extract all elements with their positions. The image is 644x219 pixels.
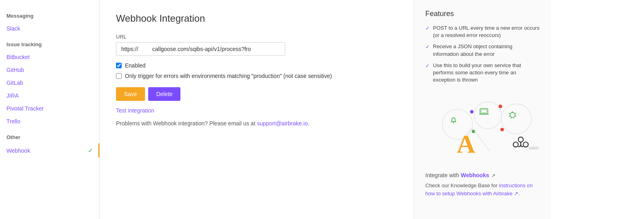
problems-text: Problems with Webhook integration? Pleas… bbox=[116, 120, 398, 127]
check-icon: ✓ bbox=[88, 147, 93, 154]
sidebar-item-webhook-label: Webhook bbox=[6, 147, 30, 154]
sidebar-item-trello[interactable]: Trello bbox=[0, 115, 99, 128]
svg-point-6 bbox=[500, 128, 504, 131]
feature-item-3: ✓ Use this to build your own service tha… bbox=[425, 62, 540, 84]
svg-point-22 bbox=[513, 142, 518, 147]
feature-item-1: ✓ POST to a URL every time a new error o… bbox=[425, 25, 540, 39]
sidebar-item-jira[interactable]: JIRA bbox=[0, 89, 99, 102]
svg-point-21 bbox=[518, 137, 523, 142]
svg-line-14 bbox=[509, 113, 510, 114]
features-panel: Features ✓ POST to a URL every time a ne… bbox=[414, 0, 551, 219]
save-button[interactable]: Save bbox=[116, 87, 145, 101]
integrate-row: Integrate with Webhooks ↗ bbox=[425, 172, 540, 178]
other-section-label: Other bbox=[0, 128, 99, 143]
sidebar-item-slack-label: Slack bbox=[6, 25, 20, 32]
feature-text-1: POST to a URL every time a new error occ… bbox=[433, 25, 540, 39]
page-title: Webhook Integration bbox=[116, 13, 398, 24]
webhook-illustration: A bbox=[425, 92, 540, 164]
sidebar-item-bitbucket-label: Bitbucket bbox=[6, 54, 30, 60]
main-content: Webhook Integration URL Enabled Only tri… bbox=[100, 0, 414, 219]
sidebar-item-gitlab-label: GitLab bbox=[6, 80, 23, 86]
messaging-section-label: Messaging bbox=[0, 6, 99, 22]
enabled-label[interactable]: Enabled bbox=[125, 62, 145, 69]
svg-point-2 bbox=[501, 104, 532, 134]
svg-rect-11 bbox=[481, 110, 487, 113]
only-trigger-checkbox[interactable] bbox=[116, 73, 122, 79]
svg-point-12 bbox=[510, 113, 515, 117]
sidebar-item-jira-label: JIRA bbox=[6, 92, 19, 99]
enabled-checkbox[interactable] bbox=[116, 63, 122, 68]
svg-point-8 bbox=[453, 123, 454, 124]
feature-check-icon-3: ✓ bbox=[425, 62, 430, 70]
svg-line-16 bbox=[509, 116, 510, 117]
sidebar-item-github-label: GitHub bbox=[6, 67, 24, 73]
sidebar-item-github[interactable]: GitHub bbox=[0, 63, 99, 76]
sidebar-item-pivotal-tracker[interactable]: Pivotal Tracker bbox=[0, 102, 99, 115]
feature-check-icon-1: ✓ bbox=[425, 25, 430, 32]
sidebar-item-slack[interactable]: Slack bbox=[0, 22, 99, 35]
support-email-link[interactable]: support@airbrake.io bbox=[257, 120, 308, 127]
svg-line-17 bbox=[515, 116, 516, 117]
svg-point-4 bbox=[499, 105, 502, 108]
sidebar-item-webhook[interactable]: Webhook ✓ bbox=[0, 143, 99, 158]
knowledge-base-ext-icon[interactable]: ↗ bbox=[514, 190, 518, 196]
feature-check-icon-2: ✓ bbox=[425, 43, 430, 51]
svg-point-3 bbox=[470, 110, 474, 114]
feature-item-2: ✓ Receive a JSON object containing infor… bbox=[425, 43, 540, 57]
delete-button[interactable]: Delete bbox=[148, 87, 180, 101]
sidebar: Messaging Slack Issue tracking Bitbucket… bbox=[0, 0, 100, 219]
url-input[interactable] bbox=[116, 42, 285, 56]
svg-line-15 bbox=[515, 113, 516, 114]
sidebar-item-bitbucket[interactable]: Bitbucket bbox=[0, 51, 99, 63]
feature-text-2: Receive a JSON object containing informa… bbox=[433, 43, 540, 57]
feature-text-3: Use this to build your own service that … bbox=[433, 62, 540, 84]
svg-rect-24 bbox=[528, 147, 538, 149]
svg-text:A: A bbox=[457, 130, 475, 158]
features-title: Features bbox=[425, 10, 540, 18]
enabled-row: Enabled bbox=[116, 62, 398, 69]
only-trigger-label[interactable]: Only trigger for errors with environment… bbox=[125, 73, 332, 79]
webhooks-link[interactable]: Webhooks bbox=[461, 172, 489, 178]
svg-point-1 bbox=[474, 102, 501, 129]
sidebar-item-trello-label: Trello bbox=[6, 118, 21, 125]
test-integration-link[interactable]: Test integration bbox=[116, 107, 154, 114]
integrate-prefix: Integrate with bbox=[425, 172, 459, 178]
external-link-icon: ↗ bbox=[491, 173, 495, 178]
issue-tracking-section-label: Issue tracking bbox=[0, 35, 99, 51]
sidebar-item-gitlab[interactable]: GitLab bbox=[0, 76, 99, 89]
url-label: URL bbox=[116, 34, 398, 40]
knowledge-base-text: Check our Knowledge Base for instruction… bbox=[425, 182, 540, 197]
sidebar-item-pivotal-tracker-label: Pivotal Tracker bbox=[6, 105, 44, 112]
action-buttons: Save Delete bbox=[116, 87, 398, 101]
active-bar bbox=[98, 143, 99, 158]
svg-point-23 bbox=[523, 142, 528, 147]
only-trigger-row: Only trigger for errors with environment… bbox=[116, 73, 398, 79]
